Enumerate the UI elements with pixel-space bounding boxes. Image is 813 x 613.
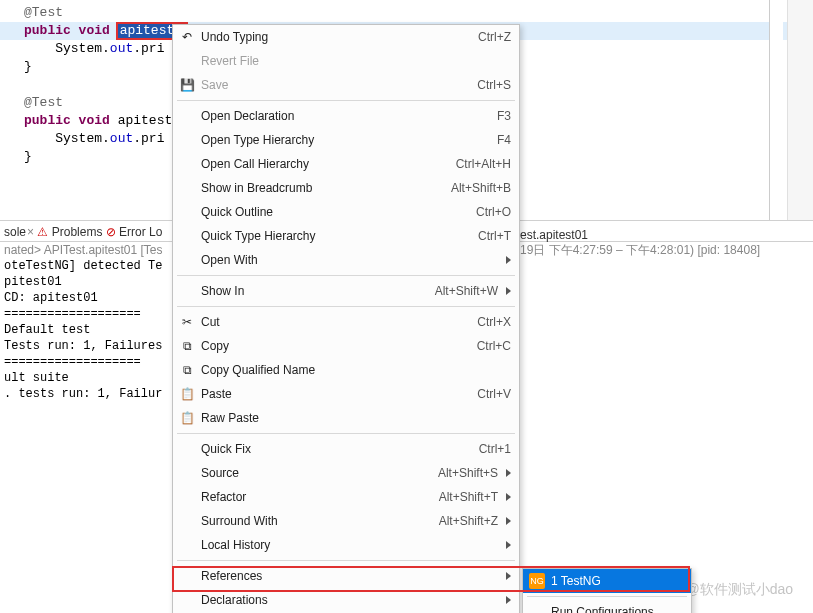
copy-icon: ⧉ xyxy=(179,338,195,354)
context-menu[interactable]: ↶ Undo Typing Ctrl+Z Revert File 💾 Save … xyxy=(172,24,520,613)
menu-shortcut: Ctrl+O xyxy=(476,205,511,219)
paste-icon: 📋 xyxy=(179,386,195,402)
menu-references[interactable]: References xyxy=(173,564,519,588)
menu-label: Copy xyxy=(201,339,477,353)
menu-label: Surround With xyxy=(201,514,439,528)
menu-shortcut: Ctrl+S xyxy=(477,78,511,92)
menu-local-history[interactable]: Local History xyxy=(173,533,519,557)
menu-open-with[interactable]: Open With xyxy=(173,248,519,272)
menu-label: Refactor xyxy=(201,490,439,504)
menu-shortcut: Alt+Shift+T xyxy=(439,490,498,504)
menu-declarations[interactable]: Declarations xyxy=(173,588,519,612)
chevron-right-icon xyxy=(506,493,511,501)
menu-label: Paste xyxy=(201,387,477,401)
menu-open-call-hierarchy[interactable]: Open Call Hierarchy Ctrl+Alt+H xyxy=(173,152,519,176)
annotation: @Test xyxy=(24,95,63,110)
menu-open-declaration[interactable]: Open Declaration F3 xyxy=(173,104,519,128)
keyword: public void xyxy=(24,113,118,128)
annotation: @Test xyxy=(24,5,63,20)
menu-shortcut: Ctrl+Z xyxy=(478,30,511,44)
menu-separator xyxy=(177,275,515,276)
launch-title: est.apitest01 xyxy=(520,228,760,242)
problems-icon: ⚠ xyxy=(37,225,48,239)
menu-shortcut: Ctrl+C xyxy=(477,339,511,353)
menu-shortcut: Alt+Shift+B xyxy=(451,181,511,195)
overview-ruler xyxy=(769,0,783,220)
field-ref: out xyxy=(110,131,133,146)
menu-label: Cut xyxy=(201,315,477,329)
menu-shortcut: Ctrl+1 xyxy=(479,442,511,456)
menu-show-in[interactable]: Show In Alt+Shift+W xyxy=(173,279,519,303)
close-icon[interactable]: × xyxy=(27,225,34,239)
menu-label: Undo Typing xyxy=(201,30,478,44)
undo-icon: ↶ xyxy=(179,29,195,45)
menu-label: Quick Fix xyxy=(201,442,479,456)
menu-label: Show in Breadcrumb xyxy=(201,181,451,195)
menu-separator xyxy=(177,306,515,307)
code-text: System. xyxy=(24,41,110,56)
menu-label: Run Configurations... xyxy=(551,605,683,613)
code-text: System. xyxy=(24,131,110,146)
runas-submenu[interactable]: NG 1 TestNG Run Configurations... xyxy=(522,568,692,613)
menu-label: Save xyxy=(201,78,477,92)
menu-save: 💾 Save Ctrl+S xyxy=(173,73,519,97)
menu-label: Source xyxy=(201,466,438,480)
menu-label: Quick Outline xyxy=(201,205,476,219)
menu-shortcut: Ctrl+X xyxy=(477,315,511,329)
testng-icon: NG xyxy=(529,573,545,589)
menu-copy-qualified-name[interactable]: ⧉ Copy Qualified Name xyxy=(173,358,519,382)
chevron-right-icon xyxy=(506,469,511,477)
menu-label: Open With xyxy=(201,253,498,267)
menu-label: 1 TestNG xyxy=(551,574,683,588)
menu-shortcut: Alt+Shift+W xyxy=(435,284,498,298)
method-name: apitest xyxy=(118,113,173,128)
paste-icon: 📋 xyxy=(179,410,195,426)
chevron-right-icon xyxy=(506,596,511,604)
menu-shortcut: Ctrl+Alt+H xyxy=(456,157,511,171)
chevron-right-icon xyxy=(506,572,511,580)
menu-separator xyxy=(527,596,687,597)
save-icon: 💾 xyxy=(179,77,195,93)
code-text: .pri xyxy=(133,131,164,146)
menu-label: Open Type Hierarchy xyxy=(201,133,497,147)
menu-quick-fix[interactable]: Quick Fix Ctrl+1 xyxy=(173,437,519,461)
code-text: .pri xyxy=(133,41,164,56)
chevron-right-icon xyxy=(506,517,511,525)
tab-console[interactable]: sole xyxy=(4,225,26,239)
menu-breadcrumb[interactable]: Show in Breadcrumb Alt+Shift+B xyxy=(173,176,519,200)
menu-source[interactable]: Source Alt+Shift+S xyxy=(173,461,519,485)
submenu-testng[interactable]: NG 1 TestNG xyxy=(523,569,691,593)
menu-cut[interactable]: ✂ Cut Ctrl+X xyxy=(173,310,519,334)
menu-paste[interactable]: 📋 Paste Ctrl+V xyxy=(173,382,519,406)
minimap xyxy=(787,0,813,220)
menu-shortcut: F4 xyxy=(497,133,511,147)
tab-problems[interactable]: Problems xyxy=(52,225,103,239)
menu-refactor[interactable]: Refactor Alt+Shift+T xyxy=(173,485,519,509)
menu-copy[interactable]: ⧉ Copy Ctrl+C xyxy=(173,334,519,358)
chevron-right-icon xyxy=(506,256,511,264)
cut-icon: ✂ xyxy=(179,314,195,330)
menu-label: Open Call Hierarchy xyxy=(201,157,456,171)
menu-undo[interactable]: ↶ Undo Typing Ctrl+Z xyxy=(173,25,519,49)
menu-quick-outline[interactable]: Quick Outline Ctrl+O xyxy=(173,200,519,224)
menu-surround-with[interactable]: Surround With Alt+Shift+Z xyxy=(173,509,519,533)
menu-shortcut: Ctrl+T xyxy=(478,229,511,243)
menu-separator xyxy=(177,100,515,101)
menu-shortcut: Alt+Shift+S xyxy=(438,466,498,480)
menu-separator xyxy=(177,560,515,561)
menu-raw-paste[interactable]: 📋 Raw Paste xyxy=(173,406,519,430)
errorlog-icon: ⊘ xyxy=(106,225,116,239)
copy-icon: ⧉ xyxy=(179,362,195,378)
menu-label: Show In xyxy=(201,284,435,298)
tab-errorlog[interactable]: Error Lo xyxy=(119,225,162,239)
menu-label: Local History xyxy=(201,538,498,552)
menu-label: Raw Paste xyxy=(201,411,511,425)
menu-shortcut: Ctrl+V xyxy=(477,387,511,401)
launch-desc: 19日 下午4:27:59 – 下午4:28:01) [pid: 18408] xyxy=(520,242,760,259)
chevron-right-icon xyxy=(506,541,511,549)
chevron-right-icon xyxy=(506,287,511,295)
menu-quick-type-hierarchy[interactable]: Quick Type Hierarchy Ctrl+T xyxy=(173,224,519,248)
menu-open-type-hierarchy[interactable]: Open Type Hierarchy F4 xyxy=(173,128,519,152)
submenu-run-configurations[interactable]: Run Configurations... xyxy=(523,600,691,613)
menu-label: References xyxy=(201,569,498,583)
